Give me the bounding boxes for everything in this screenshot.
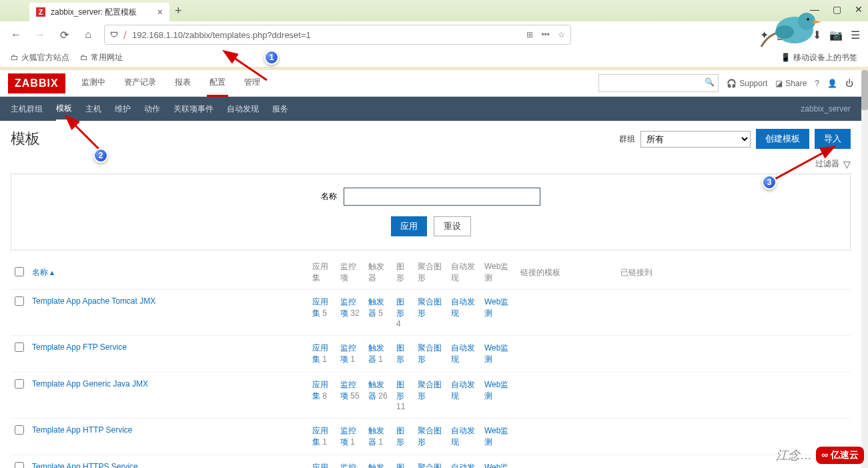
web-link[interactable]: Web监测 <box>484 343 508 364</box>
maximize-icon[interactable]: ▢ <box>833 4 841 15</box>
new-tab-button[interactable]: + <box>169 4 187 18</box>
screenshot-icon[interactable]: 📷 <box>829 29 843 41</box>
filter-name-input[interactable] <box>344 188 540 206</box>
nav-reports[interactable]: 报表 <box>172 70 193 97</box>
select-all-checkbox[interactable] <box>15 267 24 276</box>
svg-marker-2 <box>813 20 821 24</box>
scrollbar[interactable] <box>861 70 868 468</box>
home-button[interactable]: ⌂ <box>80 27 96 43</box>
web-link[interactable]: Web监测 <box>484 426 508 447</box>
screens-link[interactable]: 聚合图形 <box>418 343 442 364</box>
bookmark-mobile[interactable]: 📱 移动设备上的书签 <box>781 52 857 63</box>
row-checkbox[interactable] <box>15 342 24 352</box>
user-icon[interactable]: 👤 <box>827 79 837 88</box>
subnav-hosts[interactable]: 主机 <box>85 98 101 120</box>
screens-link[interactable]: 聚合图形 <box>418 380 442 401</box>
triggers-link[interactable]: 触发器 <box>368 463 384 468</box>
screens-link[interactable]: 聚合图形 <box>418 297 442 318</box>
graphs-link[interactable]: 图形 <box>396 463 404 468</box>
screens-link[interactable]: 聚合图形 <box>418 426 442 447</box>
template-name-link[interactable]: Template App Generic Java JMX <box>32 379 148 389</box>
template-name-link[interactable]: Template App Apache Tomcat JMX <box>32 296 155 306</box>
subnav-templates[interactable]: 模板 <box>56 97 72 121</box>
forward-button[interactable]: → <box>32 27 48 43</box>
more-icon[interactable]: ••• <box>541 30 550 39</box>
server-name: zabbix_server <box>801 104 851 113</box>
tab-close-icon[interactable]: × <box>157 7 163 17</box>
items-link[interactable]: 监控项 <box>340 463 356 468</box>
row-checkbox[interactable] <box>15 296 24 306</box>
svg-point-1 <box>798 13 815 30</box>
insecure-icon[interactable]: ⧸ <box>123 30 127 39</box>
subnav-maintenance[interactable]: 维护 <box>115 98 131 120</box>
row-checkbox[interactable] <box>15 425 24 435</box>
discovery-link[interactable]: 自动发现 <box>451 426 475 447</box>
discovery-link[interactable]: 自动发现 <box>451 343 475 364</box>
graphs-link[interactable]: 图形 <box>396 380 404 401</box>
discovery-link[interactable]: 自动发现 <box>451 463 475 468</box>
apps-link[interactable]: 应用集 <box>312 463 328 468</box>
search-input[interactable] <box>598 74 719 92</box>
search-icon[interactable]: 🔍 <box>705 77 715 87</box>
group-select[interactable]: 所有 <box>640 131 751 148</box>
tab-title: zabbix_server: 配置模板 <box>51 7 152 18</box>
discovery-link[interactable]: 自动发现 <box>451 380 475 401</box>
web-link[interactable]: Web监测 <box>484 463 508 468</box>
subnav-hostgroups[interactable]: 主机群组 <box>11 98 43 120</box>
row-checkbox[interactable] <box>15 379 24 389</box>
menu-icon[interactable]: ☰ <box>851 29 860 41</box>
bookmark-common[interactable]: 🗀 常用网址 <box>80 52 123 63</box>
nav-admin[interactable]: 管理 <box>242 70 263 97</box>
watermark-logo: ∞ 亿速云 <box>816 447 864 464</box>
nav-monitoring[interactable]: 监测中 <box>79 70 108 97</box>
group-label: 群组 <box>619 134 635 145</box>
col-name[interactable]: 名称 ▴ <box>28 256 308 290</box>
subnav-correlation[interactable]: 关联项事件 <box>173 98 213 120</box>
template-name-link[interactable]: Template App HTTPS Service <box>32 462 138 468</box>
filter-icon[interactable]: ▽ <box>843 159 851 170</box>
screens-link[interactable]: 聚合图形 <box>418 463 442 468</box>
filter-label[interactable]: 过滤器 <box>815 158 839 170</box>
graphs-link[interactable]: 图形 <box>396 343 404 364</box>
web-link[interactable]: Web监测 <box>484 297 508 318</box>
logout-icon[interactable]: ⏻ <box>845 79 853 88</box>
share-link[interactable]: ◪ Share <box>775 79 807 88</box>
template-name-link[interactable]: Template App FTP Service <box>32 342 127 352</box>
watermark-text: 江念… <box>776 447 812 463</box>
folder-icon: 🗀 <box>11 53 19 62</box>
graphs-link[interactable]: 图形 <box>396 426 404 447</box>
qr-icon[interactable]: ⊞ <box>526 30 533 39</box>
reload-button[interactable]: ⟳ <box>56 27 72 43</box>
bookmark-firefox[interactable]: 🗀 火狐官方站点 <box>11 52 69 63</box>
zabbix-main-nav: 监测中 资产记录 报表 配置 管理 <box>79 70 263 97</box>
shield-icon[interactable]: 🛡 <box>110 30 118 39</box>
zabbix-header: ZABBIX 监测中 资产记录 报表 配置 管理 🔍 🎧 Support ◪ S… <box>0 70 861 97</box>
create-template-button[interactable]: 创建模板 <box>756 129 809 149</box>
back-button[interactable]: ← <box>8 27 24 43</box>
web-link[interactable]: Web监测 <box>484 380 508 401</box>
zabbix-logo[interactable]: ZABBIX <box>8 73 65 93</box>
row-checkbox[interactable] <box>15 462 24 468</box>
template-name-link[interactable]: Template App HTTP Service <box>32 425 133 435</box>
apply-button[interactable]: 应用 <box>391 216 427 236</box>
table-row: Template App HTTPS Service应用集 1监控项 1触发器 … <box>11 455 851 469</box>
graphs-link[interactable]: 图形 <box>396 297 404 318</box>
nav-config[interactable]: 配置 <box>207 70 228 97</box>
help-icon[interactable]: ? <box>815 79 819 88</box>
subnav-discovery[interactable]: 自动发现 <box>227 98 259 120</box>
close-window-icon[interactable]: ✕ <box>855 4 863 15</box>
page-title: 模板 <box>11 129 40 149</box>
reset-button[interactable]: 重设 <box>434 216 471 236</box>
subnav-services[interactable]: 服务 <box>272 98 288 120</box>
nav-inventory[interactable]: 资产记录 <box>121 70 159 97</box>
url-bar[interactable]: 🛡 ⧸ 192.168.1.10/zabbix/templates.php?dd… <box>104 25 571 45</box>
filter-toggle-row: 过滤器 ▽ <box>0 157 861 174</box>
import-button[interactable]: 导入 <box>815 129 851 149</box>
browser-tab[interactable]: Z zabbix_server: 配置模板 × <box>29 3 169 21</box>
subnav-actions[interactable]: 动作 <box>144 98 160 120</box>
support-link[interactable]: 🎧 Support <box>727 79 767 88</box>
bookmark-star-icon[interactable]: ☆ <box>558 30 565 39</box>
header-right: 🔍 🎧 Support ◪ Share ? 👤 ⏻ <box>598 74 853 92</box>
scrollbar-thumb[interactable] <box>861 70 868 110</box>
discovery-link[interactable]: 自动发现 <box>451 297 475 318</box>
